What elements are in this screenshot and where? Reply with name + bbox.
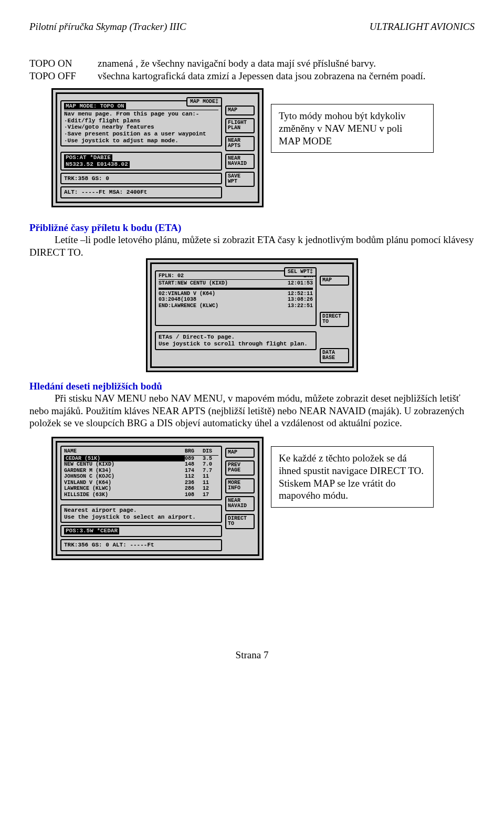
btn-flight-plan[interactable]: FLIGHT PLAN [225,118,255,133]
screen-nearest: NAME BRG DIS CEDAR (51K)0893.5NEW CENTU … [56,441,259,556]
btn-database[interactable]: DATA BASE [320,348,349,363]
topo-on-text: znamená , že všechny navigační body a da… [98,58,475,69]
trk: TRK:358 GS: 0 [64,175,109,182]
heading-nearest: Hledání deseti nejbližších bodů [29,381,475,392]
nav-b4: ·Use joystick to adjust map mode. [64,138,218,144]
top-chip: SEL WPT‡ [284,267,317,277]
mode-label: MAP MODE: [64,103,98,110]
btn-map[interactable]: MAP [225,106,255,115]
eta-text: Letíte –li podle letového plánu, můžete … [29,234,474,258]
btn-near-navaid[interactable]: NEAR NAVAID [225,496,255,511]
btn-save-wpt[interactable]: SAVE WPT [225,172,255,187]
pos-label: POS:AT *DABIE [64,154,218,161]
topo-on-label: TOPO ON [29,58,98,69]
header-right: ULTRALIGHT AVIONICS [370,21,475,33]
hint2: Use joystick to scroll through flight pl… [159,341,313,348]
hint2: Use the joystick to select an airport. [64,514,218,521]
callout-direct-to: Ke každé z těchto položek se dá ihned sp… [271,446,434,508]
heading-eta: Přibližné časy příletu k bodu (ETA) [29,222,475,234]
btn-map[interactable]: MAP [320,276,349,286]
nearest-row[interactable]: HILLSIDE (63K)10817 [64,492,218,498]
nearest-row[interactable]: VINLAND V (K64)23611 [64,480,218,486]
top-chip: MAP MODE‡ [186,97,222,107]
trk: TRK:356 GS: 0 ALT: -----Ft [64,542,154,548]
hint1: Nearest airport page. [64,507,218,514]
header-left: Pilotní příručka Skymap (Tracker) IIIC [29,21,186,33]
screen-eta: SEL WPT‡ FPLN: 02ETA START:NEW CENTU (KI… [150,262,354,368]
pos: POS:3.5W *CEDAR [64,528,119,534]
eta-row: END:LAWRENCE (KLWC) [159,303,288,309]
btn-near-navaid[interactable]: NEAR NAVAID [225,154,255,169]
btn-prev-page[interactable]: PREV PAGE [225,460,255,476]
nav-b2: ·View/goto nearby features [64,124,218,131]
nearest-row[interactable]: GARDNER M (K34)1747.7 [64,468,218,474]
pos-coord: N5323.52 E01438.02 [64,161,218,168]
btn-near-apts[interactable]: NEAR APTS [225,136,255,151]
fpln-label: FPLN: 02 [159,273,303,279]
btn-map[interactable]: MAP [225,448,255,458]
col-name: NAME [64,448,185,455]
eta-row: 02:VINLAND V (K64) [159,291,288,297]
col-brg: BRG [185,448,203,455]
nav-b1: ·Edit/fly flight plans [64,118,218,124]
mode-value: TOPO ON [98,103,125,110]
topo-off-text: všechna kartografická data zmizí a Jepes… [98,70,475,82]
hint1: ETAs / Direct-To page. [159,334,313,341]
btn-more-info[interactable]: MORE INFO [225,478,255,493]
nav-intro: Nav menu page. From this page you can:- [64,111,218,118]
col-dis: DIS [203,448,218,455]
alt: ALT: -----Ft MSA: 2400Ft [64,189,147,195]
eta-row: 03:2048(1038 [159,297,288,303]
nearest-row[interactable]: JOHNSON C (KOJC)11211 [64,474,218,480]
btn-direct-to[interactable]: DIRECT TO [320,312,349,327]
eta-row: START:NEW CENTU (KIXD) [159,280,288,287]
btn-direct-to[interactable]: DIRECT TO [225,514,255,529]
screen-nav-menu: MAP MODE‡ MAP MODE:TOPO ON Nav menu page… [56,92,259,203]
topo-off-label: TOPO OFF [29,70,98,82]
nav-b3: ·Save present position as a user waypoin… [64,131,218,138]
nearest-row[interactable]: CEDAR (51K)0893.5 [64,456,218,462]
page-number: Strana 7 [29,649,475,661]
nearest-row[interactable]: NEW CENTU (KIXD)1487.0 [64,461,218,468]
callout-modes: Tyto módy mohou být kdykoliv změněny v N… [271,104,434,153]
nearest-text: Při stisku NAV MENU nebo NAV MENU, v map… [29,393,464,429]
nearest-row[interactable]: LAWRENCE (KLWC)28612 [64,486,218,492]
